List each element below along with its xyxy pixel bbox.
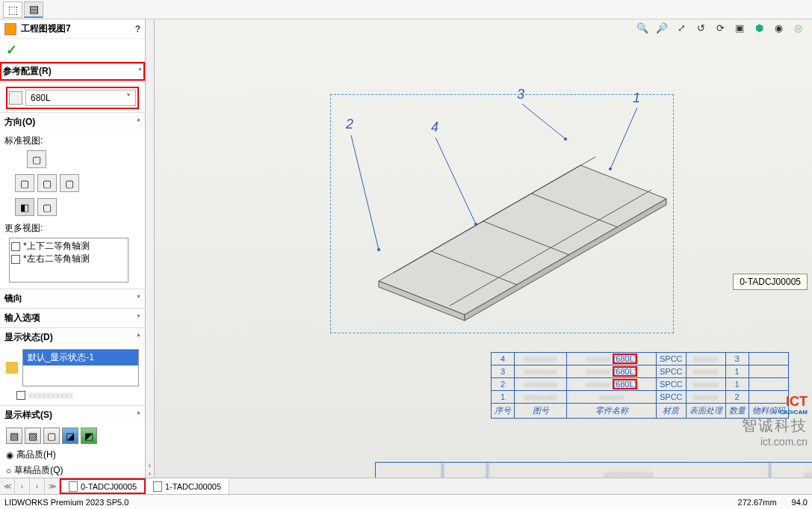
isometric-view[interactable] bbox=[371, 135, 670, 322]
arrow-icon: › bbox=[146, 469, 154, 478]
status-zoom: 94.0 bbox=[792, 498, 808, 507]
drawing-canvas[interactable]: 🔍 🔎 ⤢ ↺ ⟳ ▣ ⬢ ◉ ◎ C D E 1 2 3 4 bbox=[155, 19, 812, 478]
checkbox-icon[interactable] bbox=[11, 255, 20, 264]
section-mirror-label: 镜向 bbox=[4, 292, 22, 305]
table-row[interactable]: 2 xxxxxxxx xxxxxx (680L) SPCC xxxxxx 1 bbox=[492, 378, 789, 391]
view-btn[interactable]: ▢ bbox=[15, 174, 34, 192]
view-btn[interactable]: ▢ bbox=[37, 198, 57, 216]
sheet-tab[interactable]: 0-TADCJ00005 bbox=[60, 478, 146, 494]
chevron-down-icon: ˅ bbox=[137, 294, 140, 303]
section-mirror: 镜向 ˅ bbox=[0, 289, 145, 308]
section-config-head[interactable]: 参考配置(R) ˄ bbox=[0, 62, 145, 81]
section-orient-label: 方向(O) bbox=[4, 116, 35, 129]
chevron-up-icon: ˄ bbox=[137, 411, 140, 419]
more-views-label: 更多视图: bbox=[4, 222, 140, 235]
zoom-area-icon[interactable]: 🔎 bbox=[655, 21, 669, 34]
std-views-grid3: ◧ ▢ bbox=[4, 195, 140, 219]
style-hidden-icon[interactable]: ▨ bbox=[25, 428, 41, 444]
more-views-list[interactable]: *上下二等角轴测 *左右二等角轴测 bbox=[9, 238, 128, 283]
zoom-sel-icon[interactable]: ⤢ bbox=[675, 21, 688, 34]
section-dispstyle: 显示样式(S) ˄ ▧ ▨ ▢ ◪ ◩ ◉ 高品质(H) ○ 草稿品质(Q) bbox=[0, 405, 145, 478]
std-views-grid: ▢ bbox=[4, 147, 140, 171]
balloon[interactable]: 4 bbox=[431, 120, 438, 135]
status-bar: LIDWORKS Premium 2023 SP5.0 272.67mm 94.… bbox=[0, 494, 812, 509]
tab-prev-icon[interactable]: ‹ bbox=[15, 478, 30, 494]
sheet-icon bbox=[153, 481, 162, 492]
tooltip: 0-TADCJ00005 bbox=[733, 274, 808, 290]
dispstate-option[interactable]: xxxxxxxxxx bbox=[0, 389, 145, 405]
style-wire-icon[interactable]: ▧ bbox=[6, 428, 22, 444]
section-dispstyle-head[interactable]: 显示样式(S) ˄ bbox=[0, 406, 145, 425]
chevron-up-icon: ˄ bbox=[138, 67, 142, 75]
table-header-row: 序号 图号 零件名称 材质 表面处理 数量 物料编码 bbox=[492, 404, 789, 419]
section-config: 参考配置(R) ˄ 680L ˅ bbox=[0, 61, 145, 112]
checkbox-icon[interactable] bbox=[16, 391, 25, 400]
style-norm-icon[interactable]: ▢ bbox=[43, 428, 60, 444]
sheet-tab[interactable]: 1-TADCJ00005 bbox=[146, 478, 229, 494]
ok-button[interactable]: ✓ bbox=[6, 42, 17, 58]
arrow-icon: ‹ bbox=[146, 461, 154, 469]
section-config-label: 参考配置(R) bbox=[3, 65, 52, 78]
tab-feature-icon[interactable]: ⬚ bbox=[3, 1, 22, 18]
view-btn[interactable]: ◧ bbox=[15, 198, 34, 216]
tab-last-icon[interactable]: ≫ bbox=[45, 478, 60, 494]
list-item[interactable]: 默认_显示状态-1 bbox=[23, 350, 138, 365]
balloon[interactable]: 2 bbox=[346, 117, 353, 132]
app-version: LIDWORKS Premium 2023 SP5.0 bbox=[4, 498, 128, 507]
section-dispstyle-label: 显示样式(S) bbox=[4, 409, 52, 422]
shade-icon[interactable]: ⬢ bbox=[752, 21, 766, 34]
table-row[interactable]: 1 xxxxxxxx xxxxxx SPCC xxxxxx 2 bbox=[492, 391, 789, 404]
section-icon[interactable]: ▣ bbox=[733, 21, 746, 34]
balloon[interactable]: 1 bbox=[633, 90, 640, 106]
style-icons: ▧ ▨ ▢ ◪ ◩ bbox=[0, 425, 145, 447]
title-block[interactable]: xxxxxxxxxxx xxxxxxxx bbox=[375, 462, 812, 478]
pm-title: 工程图视图7 bbox=[21, 22, 71, 35]
splitter[interactable]: ‹ › bbox=[146, 19, 155, 478]
panel-tab-row: ⬚ ▤ bbox=[0, 0, 812, 19]
std-views-grid2: ▢ ▢ ▢ bbox=[4, 171, 140, 195]
config-icon bbox=[9, 91, 22, 105]
scene-icon[interactable]: ◉ bbox=[772, 21, 785, 34]
tab-next-icon[interactable]: › bbox=[30, 478, 45, 494]
display-state-list[interactable]: 默认_显示状态-1 bbox=[22, 349, 139, 386]
quality-draft-row[interactable]: ○ 草稿品质(Q) bbox=[0, 463, 145, 478]
drawing-view-icon bbox=[4, 23, 16, 35]
view-btn[interactable]: ▢ bbox=[60, 174, 79, 192]
confirm-row: ✓ bbox=[0, 39, 145, 61]
checkbox-icon[interactable] bbox=[11, 242, 20, 251]
tab-drawing-icon[interactable]: ▤ bbox=[24, 1, 43, 18]
section-dispstate: 显示状态(D) ˄ 默认_显示状态-1 xxxxxxxxxx bbox=[0, 327, 145, 405]
list-item[interactable]: *上下二等角轴测 bbox=[11, 240, 126, 253]
section-mirror-head[interactable]: 镜向 ˅ bbox=[0, 289, 145, 308]
svg-marker-8 bbox=[379, 165, 666, 315]
section-orient-head[interactable]: 方向(O) ˄ bbox=[0, 113, 145, 132]
std-views-label: 标准视图: bbox=[4, 135, 140, 147]
chevron-down-icon: ˅ bbox=[137, 314, 140, 322]
quality-hq-row[interactable]: ◉ 高品质(H) bbox=[0, 447, 145, 463]
section-input-head[interactable]: 输入选项 ˅ bbox=[0, 309, 145, 327]
section-dispstate-label: 显示状态(D) bbox=[4, 331, 53, 344]
rotate-icon[interactable]: ↺ bbox=[694, 21, 707, 34]
table-row[interactable]: 3 xxxxxxxx xxxxxx (680L) SPCC xxxxxx 1 bbox=[492, 365, 789, 378]
view-btn[interactable]: ▢ bbox=[37, 174, 57, 192]
perspective-icon[interactable]: ◎ bbox=[791, 21, 805, 34]
section-dispstate-head[interactable]: 显示状态(D) ˄ bbox=[0, 328, 145, 347]
orient-icon[interactable]: ⟳ bbox=[713, 21, 727, 34]
section-input-label: 输入选项 bbox=[4, 312, 40, 324]
view-btn[interactable]: ▢ bbox=[27, 150, 46, 168]
balloon[interactable]: 3 bbox=[517, 87, 524, 102]
zoom-fit-icon[interactable]: 🔍 bbox=[636, 21, 649, 34]
radio-icon[interactable]: ○ bbox=[6, 466, 11, 476]
style-shade-icon[interactable]: ◪ bbox=[62, 428, 78, 444]
style-shade2-icon[interactable]: ◩ bbox=[81, 428, 97, 444]
appearance-icon bbox=[6, 362, 18, 374]
list-item[interactable]: *左右二等角轴测 bbox=[11, 253, 126, 265]
section-input: 输入选项 ˅ bbox=[0, 308, 145, 327]
table-row[interactable]: 4 xxxxxxxx xxxxxx (680L) SPCC xxxxxx 3 bbox=[492, 353, 789, 365]
radio-icon[interactable]: ◉ bbox=[6, 450, 13, 460]
view-hud: 🔍 🔎 ⤢ ↺ ⟳ ▣ ⬢ ◉ ◎ bbox=[636, 21, 805, 34]
help-icon[interactable]: ? bbox=[135, 24, 140, 34]
bom-table[interactable]: 4 xxxxxxxx xxxxxx (680L) SPCC xxxxxx 3 3… bbox=[491, 352, 789, 419]
config-dropdown[interactable]: 680L ˅ bbox=[25, 90, 136, 106]
tab-first-icon[interactable]: ≪ bbox=[0, 478, 15, 494]
